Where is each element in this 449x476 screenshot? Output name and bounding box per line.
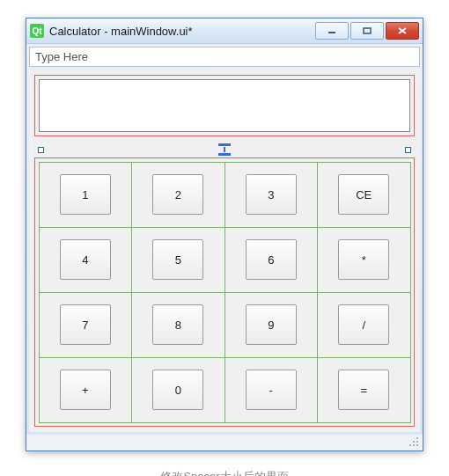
close-button[interactable] [386, 22, 419, 40]
key-6-button[interactable]: 6 [246, 239, 297, 280]
grid-cell[interactable]: + [39, 357, 133, 423]
display-layout[interactable] [34, 75, 415, 136]
key-0-button[interactable]: 0 [152, 370, 203, 410]
key-1-button[interactable]: 1 [60, 174, 111, 215]
svg-point-8 [413, 444, 415, 446]
grid-cell[interactable]: 4 [39, 227, 133, 293]
selection-handle-icon [405, 147, 411, 153]
key-multiply-button[interactable]: * [338, 239, 389, 280]
key-5-button[interactable]: 5 [152, 239, 203, 280]
grid-cell[interactable]: CE [317, 162, 411, 228]
svg-point-9 [416, 444, 418, 446]
grid-cell[interactable]: 5 [131, 227, 225, 293]
key-9-button[interactable]: 9 [246, 304, 297, 345]
key-divide-button[interactable]: / [338, 304, 389, 345]
grid-cell[interactable]: 3 [224, 162, 319, 228]
key-7-button[interactable]: 7 [60, 304, 111, 345]
grid-cell[interactable]: = [317, 357, 411, 423]
svg-point-5 [413, 441, 415, 443]
grid-cell[interactable]: - [224, 357, 319, 423]
grid-cell[interactable]: 0 [131, 357, 225, 423]
svg-point-6 [416, 441, 418, 443]
vertical-spacer[interactable] [38, 142, 411, 157]
qt-icon: Qt [30, 24, 44, 38]
window-title: Calculator - mainWindow.ui* [49, 25, 315, 38]
grid-cell[interactable]: * [317, 227, 411, 293]
key-ce-button[interactable]: CE [338, 174, 389, 215]
window-buttons [315, 22, 419, 40]
key-equals-button[interactable]: = [338, 370, 389, 410]
spacer-icon [218, 143, 231, 156]
keypad-layout[interactable]: 1 2 3 CE 4 5 6 * 7 8 9 / + 0 - = [34, 157, 415, 427]
titlebar[interactable]: Qt Calculator - mainWindow.ui* [26, 18, 423, 44]
keypad-grid: 1 2 3 CE 4 5 6 * 7 8 9 / + 0 - = [39, 162, 410, 422]
key-3-button[interactable]: 3 [246, 174, 297, 215]
grid-cell[interactable]: 6 [224, 227, 319, 293]
resize-grip-icon[interactable] [26, 435, 423, 450]
svg-point-7 [409, 444, 411, 446]
caption-text: 修改Spacer大小后的界面 [18, 469, 431, 476]
svg-point-4 [416, 437, 418, 439]
designer-window: Qt Calculator - mainWindow.ui* Type Here [26, 18, 423, 451]
key-4-button[interactable]: 4 [60, 239, 111, 280]
selection-handle-icon [38, 147, 44, 153]
maximize-button[interactable] [350, 22, 384, 40]
grid-cell[interactable]: 7 [39, 292, 133, 358]
grid-cell[interactable]: 9 [224, 292, 319, 358]
key-8-button[interactable]: 8 [152, 304, 203, 345]
key-plus-button[interactable]: + [60, 370, 111, 410]
grid-cell[interactable]: 2 [131, 162, 225, 228]
minimize-button[interactable] [315, 22, 349, 40]
svg-rect-1 [364, 28, 371, 33]
grid-cell[interactable]: / [317, 292, 411, 358]
form-canvas[interactable]: 1 2 3 CE 4 5 6 * 7 8 9 / + 0 - = [29, 70, 420, 432]
key-minus-button[interactable]: - [246, 370, 297, 410]
menubar-placeholder[interactable]: Type Here [29, 47, 420, 67]
grid-cell[interactable]: 8 [131, 292, 225, 358]
grid-cell[interactable]: 1 [39, 162, 133, 228]
key-2-button[interactable]: 2 [152, 174, 203, 215]
display-textedit[interactable] [39, 79, 410, 132]
